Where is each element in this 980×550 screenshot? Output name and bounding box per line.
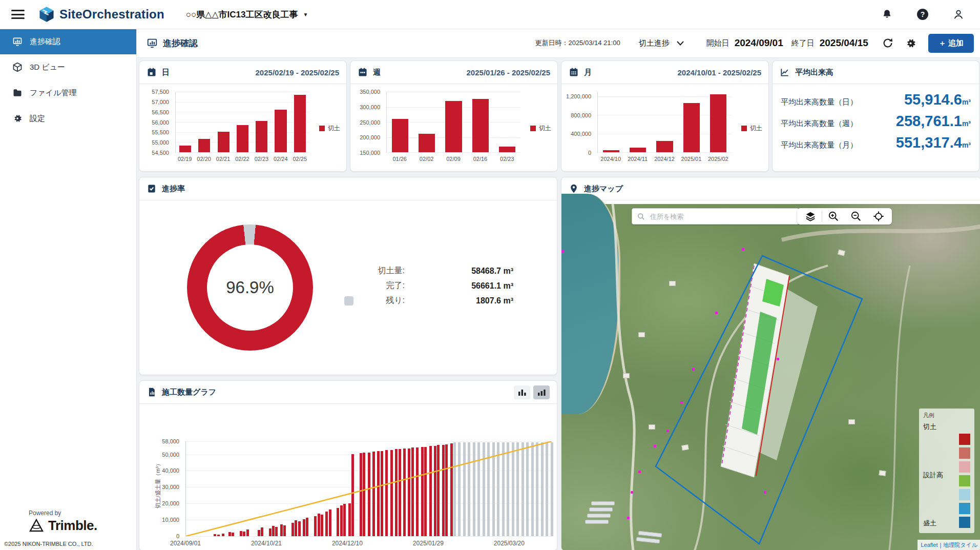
calendar-day-icon	[147, 67, 157, 77]
bar	[198, 139, 210, 152]
x-axis-tick: 2024/12	[651, 156, 678, 164]
bar-slot	[387, 92, 413, 152]
y-axis-tick: 55,000	[152, 139, 169, 146]
gridline	[387, 152, 520, 153]
start-date-label: 開始日	[706, 38, 729, 48]
y-axis-tick: 1,200,000	[566, 93, 591, 99]
sidebar-item-label: 3D ビュー	[30, 63, 65, 72]
progress-donut-chart: 96.9%	[187, 225, 313, 351]
start-date-value[interactable]: 2024/09/01	[735, 37, 783, 49]
bar-slot	[494, 92, 520, 152]
gridline	[176, 152, 309, 153]
progress-detail-rows: 切土量:58468.7 m³完了:56661.1 m³残り:1807.6 m³	[344, 266, 513, 310]
page-title: 進捗確認	[147, 37, 198, 49]
end-date-value[interactable]: 2025/04/15	[820, 37, 868, 49]
gsi-tiles-link[interactable]: 地理院タイル	[943, 542, 977, 548]
sidebar-item-file-management[interactable]: ファイル管理	[0, 80, 136, 106]
bar-slot	[705, 92, 732, 152]
card-header: 月 2024/10/01 - 2025/02/25	[561, 61, 768, 84]
average-row: 平均出来高数量（週）258,761.1m³	[781, 113, 971, 130]
header-controls: 更新日時：2025/03/14 21:00 切土進捗 開始日 2024/09/0…	[535, 34, 974, 53]
chart-legend: 切土	[530, 124, 551, 133]
legend-label: 切土	[750, 124, 762, 133]
leaflet-link[interactable]: Leaflet	[921, 542, 937, 548]
legend-label: 切土	[539, 124, 551, 133]
target-progress-line	[186, 441, 552, 536]
y-axis-tick: 0	[588, 150, 591, 156]
calendar-week-icon	[358, 67, 368, 77]
average-value: 55,914.6m³	[904, 91, 971, 108]
bar-slot	[413, 92, 440, 152]
x-axis-tick: 2024/12/10	[332, 540, 363, 547]
x-axis-tick: 02/09	[440, 156, 467, 164]
top-bar-actions: ?	[876, 9, 970, 20]
sidebar-item-label: 設定	[30, 114, 45, 124]
hamburger-menu-icon[interactable]	[11, 10, 25, 19]
zoom-out-button[interactable]	[845, 208, 867, 225]
layers-button[interactable]	[799, 208, 822, 225]
bar-slot	[195, 92, 214, 152]
x-axis-tick: 02/23	[252, 156, 271, 164]
calendar-month-icon	[569, 67, 579, 77]
gridline	[186, 536, 552, 537]
map-search-input[interactable]	[649, 212, 794, 221]
updated-timestamp: 更新日時：2025/03/14 21:00	[535, 38, 620, 48]
bar	[656, 141, 673, 152]
bar	[179, 146, 191, 152]
document-chart-icon	[147, 387, 157, 397]
average-row: 平均出来高数量（月）551,317.4m³	[781, 134, 971, 151]
stacked-bars-toggle-button[interactable]	[533, 385, 550, 399]
bar-slot	[233, 92, 252, 152]
x-axis-tick: 2024/10	[597, 156, 624, 164]
chevron-down-icon	[677, 41, 684, 46]
y-axis-tick: 200,000	[360, 134, 380, 140]
date-range: 2025/01/26 - 2025/02/25	[467, 68, 550, 77]
site-orchestration-dashboard: SiteOrchestration ○○県△△市IC13工区改良工事 ▼ ? 進…	[0, 0, 980, 550]
sidebar-item-3d-view[interactable]: 3D ビュー	[0, 54, 136, 80]
sidebar-item-settings[interactable]: 設定	[0, 106, 136, 131]
app-logo: SiteOrchestration	[39, 6, 164, 23]
legend-swatch	[741, 126, 747, 131]
notifications-button[interactable]	[882, 9, 892, 20]
x-axis-tick: 2025/01/29	[413, 540, 444, 547]
x-axis-tick: 02/21	[214, 156, 233, 164]
bar	[603, 150, 619, 152]
question-icon: ?	[917, 9, 928, 20]
progress-label: 切土量:	[358, 266, 405, 276]
help-button[interactable]: ?	[917, 9, 928, 20]
refresh-icon	[882, 37, 893, 49]
grouped-bars-toggle-button[interactable]	[514, 385, 530, 399]
x-axis-tick: 02/24	[271, 156, 290, 164]
y-axis-tick: 54,500	[152, 150, 169, 156]
locate-button[interactable]	[867, 208, 890, 225]
legend-color-swatch	[959, 461, 970, 473]
bar	[683, 103, 700, 152]
content-header: 進捗確認 更新日時：2025/03/14 21:00 切土進捗 開始日 2024…	[136, 29, 980, 58]
progress-monitor-icon	[147, 37, 158, 49]
settings-button[interactable]	[905, 37, 916, 49]
clipboard-check-icon	[147, 184, 157, 194]
quantity-graph-card: 施工数量グラフ 切土/盛土量（m³） 010,00020,00030,00040…	[139, 380, 557, 550]
attribution-separator: ｜	[937, 542, 943, 548]
bar	[710, 94, 726, 152]
progress-type-dropdown[interactable]: 切土進捗	[639, 38, 684, 48]
average-value: 551,317.4m³	[896, 134, 971, 151]
card-header: 施工数量グラフ	[139, 381, 557, 404]
person-icon	[953, 9, 964, 20]
zoom-in-button[interactable]	[822, 208, 845, 225]
add-button[interactable]: ＋ 追加	[928, 34, 974, 53]
account-button[interactable]	[953, 9, 964, 20]
sidebar-item-progress[interactable]: 進捗確認	[0, 29, 136, 54]
x-axis-tick: 2025/01	[678, 156, 704, 164]
legend-color-swatch	[959, 447, 970, 459]
crosshair-icon	[873, 211, 884, 222]
map-legend-title: 凡例	[923, 412, 970, 419]
average-output-rows: 平均出来高数量（日）55,914.6m³平均出来高数量（週）258,761.1m…	[773, 84, 979, 151]
quantity-chart-area: 切土/盛土量（m³） 010,00020,00030,00040,00050,0…	[139, 404, 557, 550]
project-selector[interactable]: ○○県△△市IC13工区改良工事 ▼	[186, 9, 308, 21]
refresh-button[interactable]	[882, 37, 893, 49]
search-icon	[637, 213, 645, 220]
card-header: 平均出来高	[773, 61, 979, 84]
bar-slot	[598, 92, 624, 152]
satellite-map[interactable]: 凡例 切土 設計高 盛土 Leaflet｜地理院タイル	[561, 204, 980, 550]
